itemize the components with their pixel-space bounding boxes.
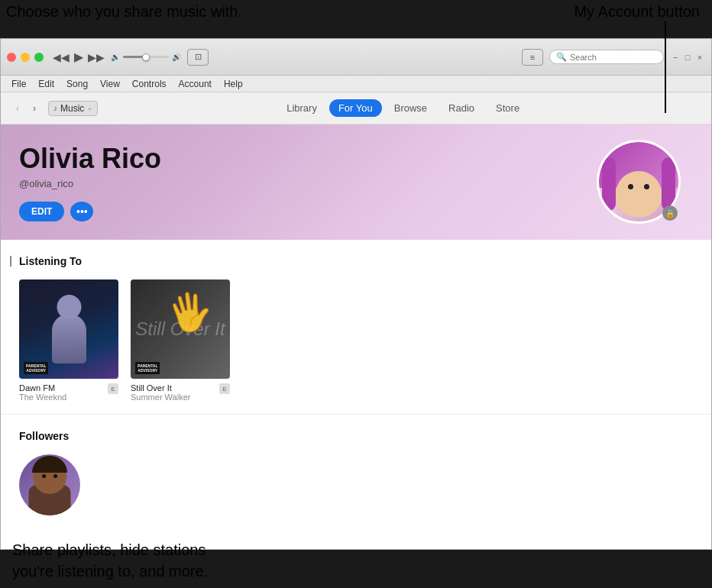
annotation-left: Choose who you share music with. bbox=[6, 3, 242, 21]
dawn-head bbox=[57, 295, 81, 319]
dawn-figure-container bbox=[48, 295, 90, 363]
minimize-window-button[interactable]: − bbox=[670, 52, 681, 63]
close-button[interactable] bbox=[7, 53, 16, 62]
rewind-button[interactable]: ◀◀ bbox=[53, 51, 70, 63]
content-area[interactable]: Olivia Rico @olivia_rico EDIT ••• bbox=[1, 124, 711, 549]
parental-advisory-still: PARENTALADVISORY bbox=[135, 362, 160, 374]
title-bar: ◀◀ ▶ ▶▶ 🔈 🔊 ⊡ ≡ � bbox=[1, 39, 711, 76]
volume-high-icon: 🔊 bbox=[172, 53, 181, 61]
dawn-body bbox=[52, 314, 86, 363]
album-details-still: Still Over It Summer Walker bbox=[131, 383, 190, 402]
avatar-face bbox=[616, 171, 662, 217]
back-button[interactable]: ‹ bbox=[10, 101, 25, 116]
tab-for-you[interactable]: For You bbox=[329, 99, 382, 117]
followers-section: Followers bbox=[1, 415, 711, 531]
followers-list bbox=[19, 454, 693, 515]
album-badge-dawn: E bbox=[108, 383, 118, 394]
minimize-button[interactable] bbox=[21, 53, 30, 62]
menu-file[interactable]: File bbox=[7, 77, 31, 91]
transport-controls: ◀◀ ▶ ▶▶ bbox=[53, 50, 105, 64]
play-button[interactable]: ▶ bbox=[74, 50, 83, 64]
close-window-button[interactable]: × bbox=[694, 52, 705, 63]
menu-edit[interactable]: Edit bbox=[34, 77, 59, 91]
more-button[interactable]: ••• bbox=[70, 202, 93, 221]
volume-low-icon: 🔈 bbox=[111, 53, 120, 61]
tab-store[interactable]: Store bbox=[487, 99, 529, 117]
follower-avatar bbox=[19, 454, 80, 515]
follower-eye-left bbox=[42, 474, 46, 478]
follower-eyes bbox=[42, 474, 57, 478]
menu-song[interactable]: Song bbox=[62, 77, 92, 91]
album-still-over-it[interactable]: Still Over It 🖐 PARENTALADVISORY Still O… bbox=[131, 279, 230, 402]
profile-area: Olivia Rico @olivia_rico EDIT ••• bbox=[1, 124, 711, 240]
airplay-icon: ⊡ bbox=[195, 52, 202, 62]
window-controls bbox=[7, 53, 44, 62]
still-hand-icon: 🖐 bbox=[164, 287, 217, 338]
volume-slider[interactable]: 🔈 🔊 bbox=[111, 53, 181, 61]
annotation-right: My Account button bbox=[574, 3, 700, 21]
album-artist-still: Summer Walker bbox=[131, 393, 190, 402]
followers-title: Followers bbox=[19, 430, 693, 442]
fast-forward-button[interactable]: ▶▶ bbox=[88, 51, 105, 63]
bottom-annotation: Share playlists, hide stationsyou're lis… bbox=[0, 533, 712, 588]
parental-advisory-dawn: PARENTALADVISORY bbox=[24, 362, 48, 374]
right-controls: ≡ 🔍 − □ × bbox=[522, 49, 705, 66]
albums-grid: PARENTALADVISORY Dawn FM The Weeknd E St… bbox=[19, 279, 693, 402]
account-arrow bbox=[626, 21, 666, 113]
bottom-annotation-text: Share playlists, hide stationsyou're lis… bbox=[12, 539, 700, 582]
source-selector[interactable]: ♪ Music ⌄ bbox=[48, 101, 98, 116]
menu-account[interactable]: Account bbox=[174, 77, 216, 91]
rewind-icon: ◀◀ bbox=[53, 51, 70, 63]
restore-window-button[interactable]: □ bbox=[682, 52, 693, 63]
menu-view[interactable]: View bbox=[95, 77, 125, 91]
menu-help[interactable]: Help bbox=[219, 77, 248, 91]
album-info-still: Still Over It Summer Walker E bbox=[131, 383, 230, 402]
profile-avatar[interactable]: 🔒 bbox=[597, 140, 681, 224]
follower-item[interactable] bbox=[19, 454, 80, 515]
lock-icon: 🔒 bbox=[662, 205, 678, 221]
album-dawn-fm[interactable]: PARENTALADVISORY Dawn FM The Weeknd E bbox=[19, 279, 118, 402]
listening-title: Listening To bbox=[19, 255, 693, 267]
avatar-hair-left bbox=[602, 157, 616, 211]
list-icon: ≡ bbox=[530, 53, 535, 62]
album-name-still: Still Over It bbox=[131, 383, 190, 393]
maximize-button[interactable] bbox=[34, 53, 44, 62]
album-cover-dawn: PARENTALADVISORY bbox=[19, 279, 118, 379]
airplay-button[interactable]: ⊡ bbox=[187, 49, 209, 66]
tab-library[interactable]: Library bbox=[277, 99, 326, 117]
nav-bar: ‹ › ♪ Music ⌄ Library For You Browse Rad… bbox=[1, 92, 711, 124]
album-badge-still: E bbox=[219, 383, 230, 394]
follower-hair bbox=[32, 456, 67, 473]
forward-button[interactable]: › bbox=[27, 101, 42, 116]
nav-arrows: ‹ › bbox=[10, 101, 42, 116]
profile-buttons: EDIT ••• bbox=[19, 202, 693, 221]
source-label: Music bbox=[60, 103, 84, 114]
play-icon: ▶ bbox=[74, 50, 83, 64]
avatar-eye-left bbox=[628, 184, 633, 189]
profile-name: Olivia Rico bbox=[19, 143, 693, 175]
volume-track[interactable] bbox=[123, 56, 169, 58]
note-icon: ♪ bbox=[53, 104, 57, 112]
avatar-eye-right bbox=[644, 184, 649, 189]
chevron-down-icon: ⌄ bbox=[87, 105, 92, 111]
edit-button[interactable]: EDIT bbox=[19, 202, 64, 221]
window-action-buttons: − □ × bbox=[670, 52, 705, 63]
menu-controls[interactable]: Controls bbox=[128, 77, 171, 91]
album-info-dawn: Dawn FM The Weeknd E bbox=[19, 383, 118, 402]
follower-eye-right bbox=[53, 474, 57, 478]
listening-section: Listening To PARENTALADVISORY bbox=[1, 240, 711, 415]
album-details-dawn: Dawn FM The Weeknd bbox=[19, 383, 66, 402]
nav-tabs: Library For You Browse Radio Store bbox=[104, 99, 702, 117]
itunes-window: ◀◀ ▶ ▶▶ 🔈 🔊 ⊡ ≡ � bbox=[0, 38, 712, 550]
menu-bar: File Edit Song View Controls Account Hel… bbox=[1, 76, 711, 92]
tab-browse[interactable]: Browse bbox=[385, 99, 436, 117]
fast-forward-icon: ▶▶ bbox=[88, 51, 105, 63]
avatar-lower-face bbox=[627, 195, 650, 207]
tab-radio[interactable]: Radio bbox=[439, 99, 484, 117]
profile-handle: @olivia_rico bbox=[19, 178, 693, 189]
avatar-eyes bbox=[628, 184, 649, 189]
list-view-button[interactable]: ≡ bbox=[522, 49, 543, 66]
album-name-dawn: Dawn FM bbox=[19, 383, 66, 393]
search-icon: 🔍 bbox=[556, 52, 567, 62]
album-cover-still: Still Over It 🖐 PARENTALADVISORY bbox=[131, 279, 230, 379]
